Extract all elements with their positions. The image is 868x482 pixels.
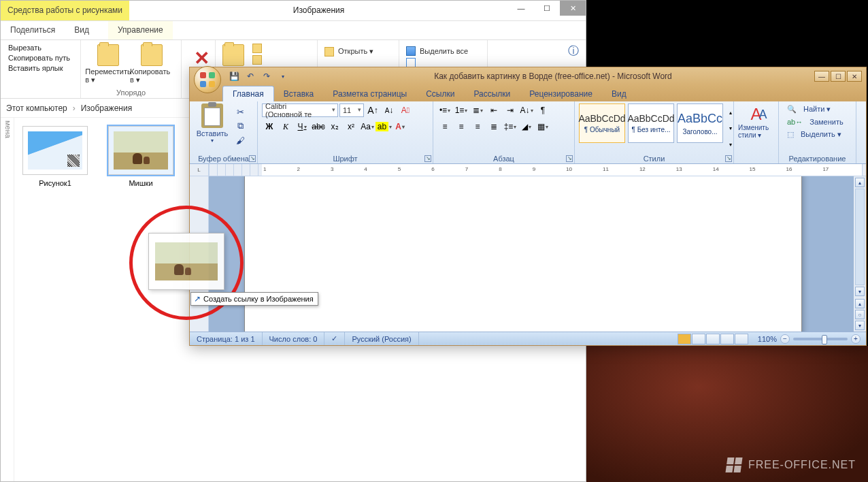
btn-move-to[interactable]: Переместить в ▾ bbox=[86, 43, 130, 88]
btn-font-color[interactable]: A bbox=[393, 120, 407, 133]
btn-bullets[interactable]: •≡ bbox=[437, 103, 452, 117]
tab-manage[interactable]: Управление bbox=[108, 21, 173, 39]
btn-shading[interactable]: ◢ bbox=[519, 120, 534, 133]
status-wordcount[interactable]: Число слов: 0 bbox=[263, 332, 325, 345]
view-outline[interactable] bbox=[720, 334, 734, 344]
btn-format-painter-icon[interactable]: 🖌 bbox=[233, 134, 247, 146]
word-maximize-button[interactable]: ☐ bbox=[831, 71, 846, 82]
tab-insert[interactable]: Вставка bbox=[274, 86, 324, 101]
paragraph-dialog-launcher[interactable]: ↘ bbox=[566, 155, 573, 162]
view-full-screen[interactable] bbox=[692, 334, 705, 344]
explorer-titlebar[interactable]: Средства работы с рисунками Изображения … bbox=[1, 1, 586, 21]
scroll-down-button[interactable]: ▾ bbox=[855, 287, 865, 296]
browse-object-button[interactable]: ○ bbox=[855, 310, 865, 319]
btn-paste[interactable]: Вставить ▾ bbox=[194, 103, 231, 154]
tab-view[interactable]: Вид bbox=[65, 21, 99, 39]
btn-select[interactable]: ⬚Выделить ▾ bbox=[783, 129, 848, 140]
browse-next-button[interactable]: ▾ bbox=[855, 321, 865, 330]
breadcrumb-root[interactable]: Этот компьютер bbox=[6, 103, 67, 113]
btn-subscript[interactable]: x₂ bbox=[327, 120, 342, 133]
status-proofing[interactable]: ✓ bbox=[324, 332, 345, 345]
btn-indent-dec[interactable]: ⇤ bbox=[486, 103, 501, 117]
btn-new-item[interactable] bbox=[251, 43, 263, 54]
tab-share[interactable]: Поделиться bbox=[1, 21, 65, 39]
qat-undo-icon[interactable]: ↶ bbox=[244, 70, 256, 82]
btn-align-left[interactable]: ≡ bbox=[437, 120, 452, 133]
qat-redo-icon[interactable]: ↷ bbox=[261, 70, 273, 82]
paste-dropdown-icon[interactable]: ▾ bbox=[211, 138, 214, 144]
tab-view[interactable]: Вид bbox=[602, 86, 636, 101]
btn-clear-format[interactable]: Aͯ bbox=[398, 103, 413, 117]
zoom-in-button[interactable]: + bbox=[851, 334, 861, 344]
font-dialog-launcher[interactable]: ↘ bbox=[424, 155, 431, 162]
btn-paste-shortcut[interactable]: Вставить ярлык bbox=[6, 63, 75, 73]
btn-align-right[interactable]: ≡ bbox=[470, 120, 485, 133]
tab-selector[interactable]: L bbox=[190, 164, 209, 176]
btn-show-marks[interactable]: ¶ bbox=[535, 103, 550, 117]
btn-strike[interactable]: abc bbox=[311, 120, 326, 133]
style-nospacing[interactable]: AaBbCcDd ¶ Без инте... bbox=[628, 103, 674, 143]
btn-multilevel[interactable]: ≣ bbox=[470, 103, 485, 117]
btn-line-spacing[interactable]: ‡≡ bbox=[503, 120, 518, 133]
btn-shrink-font[interactable]: A↓ bbox=[382, 103, 397, 117]
zoom-out-button[interactable]: − bbox=[780, 334, 790, 344]
minimize-button[interactable]: — bbox=[508, 1, 534, 16]
file-thumb-bears[interactable]: Мишки bbox=[108, 126, 173, 187]
tab-mailings[interactable]: Рассылки bbox=[464, 86, 520, 101]
btn-grow-font[interactable]: A↑ bbox=[365, 103, 380, 117]
btn-justify[interactable]: ≣ bbox=[486, 120, 501, 133]
btn-sort[interactable]: A↓ bbox=[519, 103, 534, 117]
btn-superscript[interactable]: x² bbox=[344, 120, 358, 133]
btn-italic[interactable]: К bbox=[278, 120, 293, 133]
btn-easy-access[interactable] bbox=[251, 54, 263, 65]
status-language[interactable]: Русский (Россия) bbox=[345, 332, 418, 345]
btn-change-styles[interactable]: AA Изменить стили ▾ bbox=[738, 103, 774, 154]
btn-change-case[interactable]: Aa bbox=[360, 120, 375, 133]
tab-home[interactable]: Главная bbox=[222, 86, 274, 101]
font-size-combo[interactable]: 11 bbox=[339, 103, 364, 117]
document-viewport[interactable] bbox=[209, 176, 854, 332]
btn-copy-path[interactable]: Скопировать путь bbox=[6, 53, 75, 63]
btn-copy-to[interactable]: Копировать в ▾ bbox=[130, 43, 173, 88]
btn-numbering[interactable]: 1≡ bbox=[454, 103, 469, 117]
breadcrumb-folder[interactable]: Изображения bbox=[81, 103, 132, 113]
view-web-layout[interactable] bbox=[706, 334, 720, 344]
font-name-combo[interactable]: Calibri (Основной те bbox=[262, 103, 338, 117]
zoom-level[interactable]: 110% bbox=[758, 335, 777, 343]
view-draft[interactable] bbox=[735, 334, 748, 344]
btn-highlight[interactable]: ab bbox=[376, 120, 391, 133]
vertical-scrollbar[interactable]: ▴ ▾ ▴ ○ ▾ bbox=[854, 176, 866, 332]
styles-dialog-launcher[interactable]: ↘ bbox=[725, 155, 732, 162]
word-titlebar[interactable]: 💾 ↶ ↷ ▾ Как добавить картинку в Ворде (f… bbox=[190, 67, 866, 85]
qat-save-icon[interactable]: 💾 bbox=[228, 70, 240, 82]
btn-cut-icon[interactable]: ✂ bbox=[233, 106, 247, 118]
horizontal-ruler[interactable]: L 1234567891011121314151617 bbox=[190, 164, 866, 176]
style-heading1[interactable]: AaBbCc Заголово... bbox=[677, 103, 723, 143]
maximize-button[interactable]: ☐ bbox=[534, 1, 560, 16]
clipboard-dialog-launcher[interactable]: ↘ bbox=[249, 155, 256, 162]
word-minimize-button[interactable]: — bbox=[814, 71, 829, 82]
scroll-up-button[interactable]: ▴ bbox=[855, 178, 865, 187]
scrollbar-track[interactable] bbox=[855, 189, 865, 285]
tab-review[interactable]: Рецензирование bbox=[520, 86, 602, 101]
btn-bold[interactable]: Ж bbox=[262, 120, 277, 133]
btn-borders[interactable]: ▦ bbox=[535, 120, 550, 133]
explorer-nav-pane[interactable]: мена bbox=[1, 118, 14, 481]
file-thumb-pic1[interactable]: Рисунок1 bbox=[22, 126, 88, 187]
qat-customize-icon[interactable]: ▾ bbox=[277, 70, 289, 82]
tab-references[interactable]: Ссылки bbox=[416, 86, 464, 101]
btn-cut[interactable]: Вырезать bbox=[6, 43, 75, 52]
close-button[interactable]: ✕ bbox=[560, 1, 586, 16]
browse-prev-button[interactable]: ▴ bbox=[855, 299, 865, 308]
view-print-layout[interactable] bbox=[678, 334, 691, 344]
btn-open[interactable]: Открыть ▾ bbox=[323, 46, 393, 57]
document-page[interactable] bbox=[244, 176, 802, 332]
btn-replace[interactable]: ab↔Заменить bbox=[783, 116, 848, 127]
office-button[interactable] bbox=[194, 66, 221, 93]
btn-indent-inc[interactable]: ⇥ bbox=[503, 103, 518, 117]
word-close-button[interactable]: ✕ bbox=[847, 71, 862, 82]
btn-select-all[interactable]: Выделить все bbox=[405, 46, 482, 57]
status-page[interactable]: Страница: 1 из 1 bbox=[190, 332, 263, 345]
tab-layout[interactable]: Разметка страницы bbox=[323, 86, 416, 101]
zoom-slider[interactable] bbox=[793, 338, 848, 340]
